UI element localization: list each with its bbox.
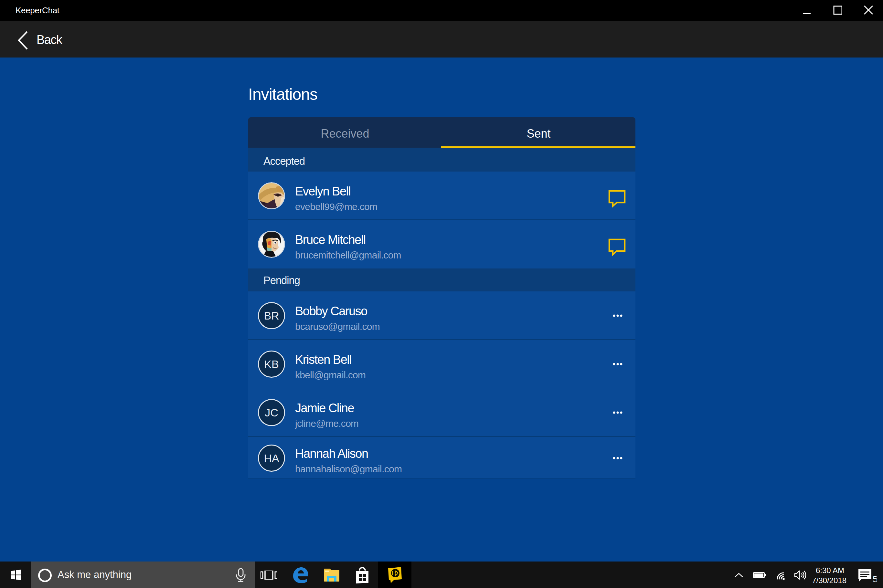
svg-text:5: 5 xyxy=(872,574,877,583)
